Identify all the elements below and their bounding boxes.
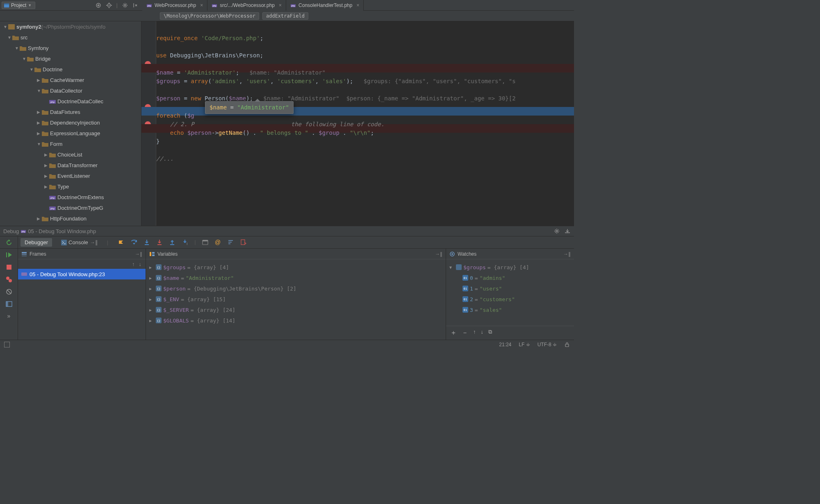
layout-icon[interactable] <box>5 300 13 308</box>
expand-icon[interactable]: ▶ <box>37 216 42 221</box>
gear-icon[interactable] <box>122 2 128 9</box>
gear-icon[interactable] <box>554 228 560 234</box>
step-over-icon[interactable] <box>131 239 138 246</box>
watch-item[interactable]: 01 2 = "customers" <box>446 294 574 304</box>
tree-item-doctrine[interactable]: ▼Doctrine <box>0 64 141 75</box>
expand-icon[interactable]: ▶ <box>149 297 154 302</box>
tree-item-dependencyinjection[interactable]: ▶DependencyInjection <box>0 117 141 128</box>
variable-row[interactable]: ▶{} $_SERVER = {array} [24] <box>146 304 446 315</box>
collapse-icon[interactable] <box>95 2 102 9</box>
output-icon[interactable] <box>240 239 247 246</box>
copy-icon[interactable]: ⧉ <box>488 329 492 337</box>
frame-up-icon[interactable]: ↑ <box>132 261 135 267</box>
watch-item[interactable]: 01 3 = "sales" <box>446 304 574 315</box>
tab-consolehandler[interactable]: php ConsoleHandlerTest.php × <box>286 0 364 11</box>
at-icon[interactable]: @ <box>214 239 221 246</box>
tree-item-doctrineormextens[interactable]: phpDoctrineOrmExtens <box>0 192 141 202</box>
remove-watch-icon[interactable]: － <box>462 329 468 337</box>
variable-row[interactable]: ▶{} $name = "Administrator" <box>146 272 446 283</box>
expand-icon[interactable]: ▶ <box>37 120 42 125</box>
tree-item-datatransformer[interactable]: ▶DataTransformer <box>0 160 141 170</box>
expand-icon[interactable]: ▶ <box>44 152 49 157</box>
expand-icon[interactable]: ▶ <box>37 110 42 114</box>
step-out-icon[interactable] <box>169 239 176 246</box>
tree-item-type[interactable]: ▶Type <box>0 181 141 192</box>
tree-item-cachewarmer[interactable]: ▶CacheWarmer <box>0 75 141 85</box>
frame-down-icon[interactable]: ↓ <box>139 261 142 267</box>
resume-icon[interactable] <box>5 251 13 259</box>
crumb-method[interactable]: addExtraField <box>262 12 308 20</box>
hide-icon[interactable] <box>132 2 139 9</box>
tree-item-bridge[interactable]: ▼Bridge <box>0 53 141 64</box>
tree-item-form[interactable]: ▼Form <box>0 138 141 149</box>
expand-icon[interactable]: ▼ <box>15 46 20 50</box>
tree-item-src[interactable]: ▼src <box>0 32 141 43</box>
tab-debugger[interactable]: Debugger <box>20 238 52 247</box>
add-watch-icon[interactable]: ＋ <box>450 329 457 337</box>
tree-item-datacollector[interactable]: ▼DataCollector <box>0 85 141 96</box>
pin-icon[interactable]: →‖ <box>435 251 442 257</box>
hide-icon[interactable] <box>564 228 571 234</box>
expand-icon[interactable]: ▼ <box>3 25 8 29</box>
tab-console[interactable]: Console →‖ <box>57 238 102 247</box>
crumb-namespace[interactable]: \Monolog\Processor\WebProcessor <box>160 12 259 20</box>
expand-icon[interactable]: ▼ <box>30 67 34 72</box>
watch-row[interactable]: ▼ $groups = {array} [4] <box>446 262 574 272</box>
locate-icon[interactable] <box>106 2 112 9</box>
watch-item[interactable]: 01 0 = "admins" <box>446 272 574 283</box>
expand-icon[interactable]: ▶ <box>149 286 154 291</box>
tree-item-doctrineormtypeg[interactable]: phpDoctrineOrmTypeG <box>0 202 141 213</box>
editor-gutter[interactable] <box>141 21 156 226</box>
expand-icon[interactable]: ▶ <box>149 265 154 270</box>
line-ending[interactable]: LF ≑ <box>519 342 530 347</box>
tree-item-doctrinedatacollec[interactable]: phpDoctrineDataCollec <box>0 96 141 107</box>
variable-row[interactable]: ▶{} $person = {Debugging\JetBrains\Perso… <box>146 283 446 294</box>
pin-icon[interactable]: →‖ <box>90 239 98 245</box>
variable-row[interactable]: ▶{} $GLOBALS = {array} [14] <box>146 315 446 326</box>
expand-icon[interactable]: ▼ <box>22 57 27 61</box>
watch-up-icon[interactable]: ↑ <box>473 329 476 337</box>
variable-row[interactable]: ▶{} $groups = {array} [4] <box>146 262 446 272</box>
tree-item-choicelist[interactable]: ▶ChoiceList <box>0 149 141 160</box>
tree-item-httpfoundation[interactable]: ▶HttpFoundation <box>0 213 141 224</box>
pin-icon[interactable]: →‖ <box>563 251 571 257</box>
force-step-into-icon[interactable] <box>156 239 163 246</box>
expand-icon[interactable]: ▶ <box>44 163 49 168</box>
breakpoints-icon[interactable] <box>5 276 13 283</box>
tab-webprocessor2[interactable]: php src/.../WebProcessor.php × <box>207 0 286 11</box>
expand-icon[interactable]: ▼ <box>449 265 454 270</box>
tab-webprocessor[interactable]: php WebProcessor.php × <box>142 0 207 11</box>
mute-breakpoints-icon[interactable] <box>5 288 13 295</box>
expand-icon[interactable]: ▶ <box>44 184 49 189</box>
run-to-cursor-icon[interactable]: I <box>182 239 189 246</box>
tree-item-expressionlanguage[interactable]: ▶ExpressionLanguage <box>0 128 141 138</box>
more-icon[interactable]: » <box>7 313 11 319</box>
expand-icon[interactable]: ▶ <box>149 276 154 280</box>
close-icon[interactable]: × <box>279 2 282 8</box>
lock-icon[interactable] <box>564 342 570 347</box>
evaluate-icon[interactable] <box>202 239 209 246</box>
tree-item-datafixtures[interactable]: ▶DataFixtures <box>0 107 141 117</box>
expand-icon[interactable]: ▶ <box>37 131 42 136</box>
expand-icon[interactable]: ▶ <box>149 308 154 312</box>
stack-frame[interactable]: 05 - Debug Tool Window.php:23 <box>18 269 146 279</box>
tool-windows-icon[interactable] <box>4 342 10 347</box>
expand-icon[interactable]: ▶ <box>149 318 154 323</box>
expand-icon[interactable]: ▼ <box>37 142 42 146</box>
close-icon[interactable]: × <box>356 2 359 8</box>
expand-icon[interactable]: ▼ <box>7 35 12 40</box>
sort-icon[interactable] <box>227 239 234 246</box>
project-tree[interactable]: ▼ symfony2 (~/PhpstormProjects/symfo ▼sr… <box>0 21 141 226</box>
variable-row[interactable]: ▶{} $_ENV = {array} [15] <box>146 294 446 304</box>
project-view-combo[interactable]: Project ▼ <box>2 2 35 9</box>
watch-down-icon[interactable]: ↓ <box>481 329 484 337</box>
expand-icon[interactable]: ▼ <box>37 89 42 93</box>
code-editor[interactable]: require_once 'Code/Person.php'; use Debu… <box>141 21 574 226</box>
expand-icon[interactable]: ▶ <box>37 78 42 82</box>
show-exec-point-icon[interactable] <box>118 239 125 246</box>
close-icon[interactable]: × <box>200 2 203 8</box>
tree-item-eventlistener[interactable]: ▶EventListener <box>0 170 141 181</box>
file-encoding[interactable]: UTF-8 ≑ <box>538 342 557 347</box>
watch-item[interactable]: 01 1 = "users" <box>446 283 574 294</box>
stop-icon[interactable] <box>5 263 13 271</box>
